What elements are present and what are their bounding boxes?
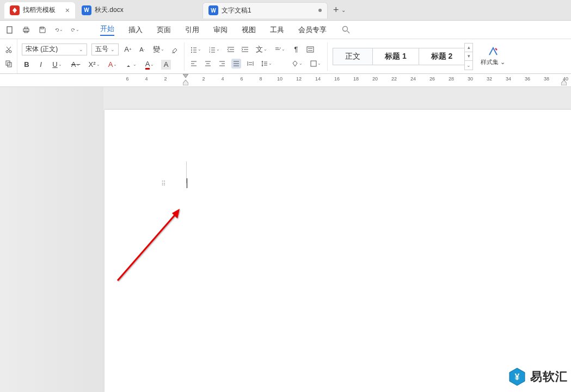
menu-page[interactable]: 页面 bbox=[157, 25, 171, 35]
ruler-tick: 20 bbox=[372, 76, 378, 82]
svg-point-5 bbox=[343, 27, 348, 32]
svg-rect-56 bbox=[311, 61, 316, 66]
line-spacing-toggle-icon[interactable] bbox=[305, 45, 315, 54]
style-scroll: ▴ ▾ ⌄ bbox=[464, 43, 473, 70]
paragraph-handle-icon[interactable]: ⠿ bbox=[161, 180, 165, 188]
styleset-button[interactable]: 样式集 ⌄ bbox=[475, 39, 511, 73]
align-left-button[interactable] bbox=[189, 59, 199, 69]
style-normal[interactable]: 正文 bbox=[333, 48, 373, 65]
highlight-button[interactable]: ⌄ bbox=[124, 60, 138, 70]
horizontal-ruler[interactable]: 6 4 2 2 4 6 8 10 12 14 16 18 20 22 24 26… bbox=[0, 74, 571, 87]
menu-member[interactable]: 会员专享 bbox=[298, 25, 327, 35]
menu-insert[interactable]: 插入 bbox=[128, 25, 143, 35]
bold-button[interactable]: B bbox=[22, 60, 32, 70]
tab-docx[interactable]: W 秋天.docx bbox=[76, 2, 201, 18]
new-doc-icon[interactable] bbox=[5, 26, 14, 34]
tab-templates[interactable]: 找稻壳模板 × bbox=[4, 2, 75, 18]
font-group: 宋体 (正文) ⌄ 五号 ⌄ A+ A- 變⌄ B I U⌄ A⌄ X²⌄ A⌄… bbox=[17, 39, 184, 73]
ruler-tick: 4 bbox=[145, 76, 148, 82]
undo-icon[interactable]: ⌄ bbox=[54, 26, 63, 34]
menu-tabs: 开始 插入 页面 引用 审阅 视图 工具 会员专享 bbox=[85, 24, 327, 36]
chevron-down-icon: ⌄ bbox=[79, 47, 83, 52]
text-direction-button[interactable]: 文⌄ bbox=[254, 45, 268, 54]
ruler-tick: 22 bbox=[391, 76, 397, 82]
scroll-up-icon[interactable]: ▴ bbox=[465, 43, 472, 52]
tab-bar: 找稻壳模板 × W 秋天.docx W 文字文稿1 + ⌄ bbox=[0, 0, 571, 21]
increase-font-icon[interactable]: A+ bbox=[123, 45, 133, 54]
phonetic-guide-icon[interactable]: 變⌄ bbox=[151, 45, 165, 54]
svg-text:¥: ¥ bbox=[515, 372, 520, 382]
align-center-button[interactable] bbox=[203, 59, 213, 69]
menu-start[interactable]: 开始 bbox=[100, 24, 114, 36]
right-indent-marker[interactable] bbox=[561, 80, 567, 88]
scroll-more-icon[interactable]: ⌄ bbox=[465, 61, 472, 70]
template-icon bbox=[10, 5, 20, 15]
document-page[interactable]: ⠿ bbox=[105, 110, 571, 392]
close-icon[interactable]: × bbox=[65, 6, 70, 15]
menu-tools[interactable]: 工具 bbox=[270, 25, 284, 35]
svg-point-18 bbox=[191, 52, 192, 53]
decrease-indent-button[interactable] bbox=[226, 45, 236, 54]
font-size-value: 五号 bbox=[95, 45, 108, 54]
print-icon[interactable] bbox=[22, 26, 30, 34]
char-shading-button[interactable]: A bbox=[161, 60, 171, 70]
font-name-value: 宋体 (正文) bbox=[26, 45, 58, 54]
increase-indent-button[interactable] bbox=[240, 45, 250, 54]
bullets-button[interactable]: ⌄ bbox=[189, 45, 203, 54]
ruler-tick: 36 bbox=[525, 76, 530, 82]
distribute-button[interactable] bbox=[245, 59, 255, 69]
underline-button[interactable]: U⌄ bbox=[50, 60, 64, 70]
superscript-button[interactable]: X²⌄ bbox=[87, 60, 101, 70]
align-right-button[interactable] bbox=[217, 59, 227, 69]
document-viewport: ⠿ bbox=[0, 87, 571, 392]
font-color-button[interactable]: A⌄ bbox=[143, 60, 157, 70]
ribbon-toolbar: 宋体 (正文) ⌄ 五号 ⌄ A+ A- 變⌄ B I U⌄ A⌄ X²⌄ A⌄… bbox=[0, 39, 571, 74]
ruler-tick: 10 bbox=[277, 76, 283, 82]
shading-button[interactable]: ⌄ bbox=[290, 59, 304, 69]
scroll-down-icon[interactable]: ▾ bbox=[465, 52, 472, 61]
word-icon: W bbox=[82, 5, 91, 15]
ruler-tick: 24 bbox=[410, 76, 416, 82]
decrease-font-icon[interactable]: A- bbox=[137, 45, 147, 54]
italic-button[interactable]: I bbox=[36, 60, 46, 70]
ruler-tick: 26 bbox=[429, 76, 435, 82]
ruler-tick: 12 bbox=[296, 76, 302, 82]
word-icon: W bbox=[208, 5, 218, 15]
save-icon[interactable] bbox=[38, 26, 47, 34]
ruler-tick: 6 bbox=[240, 76, 243, 82]
clear-format-icon[interactable] bbox=[170, 45, 180, 54]
menu-reference[interactable]: 引用 bbox=[185, 25, 199, 35]
numbering-button[interactable]: 123⌄ bbox=[207, 45, 222, 54]
copy-icon[interactable] bbox=[4, 59, 14, 69]
search-icon[interactable] bbox=[342, 26, 350, 34]
text-cursor bbox=[187, 178, 187, 188]
cut-icon[interactable] bbox=[4, 45, 14, 54]
sort-button[interactable]: ⌄ bbox=[273, 45, 287, 54]
ruler-tick: 2 bbox=[202, 76, 205, 82]
text-effect-button[interactable]: A⌄ bbox=[106, 60, 120, 70]
styles-gallery: 正文 标题 1 标题 2 ▴ ▾ ⌄ bbox=[331, 39, 475, 73]
ruler-tick: 32 bbox=[487, 76, 492, 82]
font-size-combo[interactable]: 五号 ⌄ bbox=[91, 43, 119, 55]
new-tab-button[interactable]: + ⌄ bbox=[329, 4, 350, 16]
style-h1[interactable]: 标题 1 bbox=[372, 48, 419, 65]
menu-view[interactable]: 视图 bbox=[242, 25, 256, 35]
borders-button[interactable]: ⌄ bbox=[309, 59, 323, 69]
strike-button[interactable]: A⌄ bbox=[69, 60, 83, 70]
ruler-tick: 30 bbox=[468, 76, 473, 82]
tab-doc1[interactable]: W 文字文稿1 bbox=[202, 2, 328, 18]
indent-marker-bottom[interactable] bbox=[183, 80, 188, 88]
ruler-tick: 6 bbox=[126, 76, 128, 82]
group-divider bbox=[327, 42, 328, 71]
line-spacing-button[interactable]: ⌄ bbox=[260, 59, 274, 69]
show-marks-button[interactable]: ¶ bbox=[291, 45, 301, 54]
menu-bar: ⌄ ⌄ 开始 插入 页面 引用 审阅 视图 工具 会员专享 bbox=[0, 21, 571, 39]
align-justify-button[interactable] bbox=[231, 59, 241, 69]
font-name-combo[interactable]: 宋体 (正文) ⌄ bbox=[22, 43, 87, 55]
ruler-tick: 34 bbox=[506, 76, 511, 82]
styleset-icon bbox=[488, 46, 499, 57]
tab-templates-label: 找稻壳模板 bbox=[23, 5, 56, 15]
style-h2[interactable]: 标题 2 bbox=[419, 48, 465, 65]
menu-review[interactable]: 审阅 bbox=[213, 25, 228, 35]
redo-icon[interactable]: ⌄ bbox=[71, 26, 79, 34]
